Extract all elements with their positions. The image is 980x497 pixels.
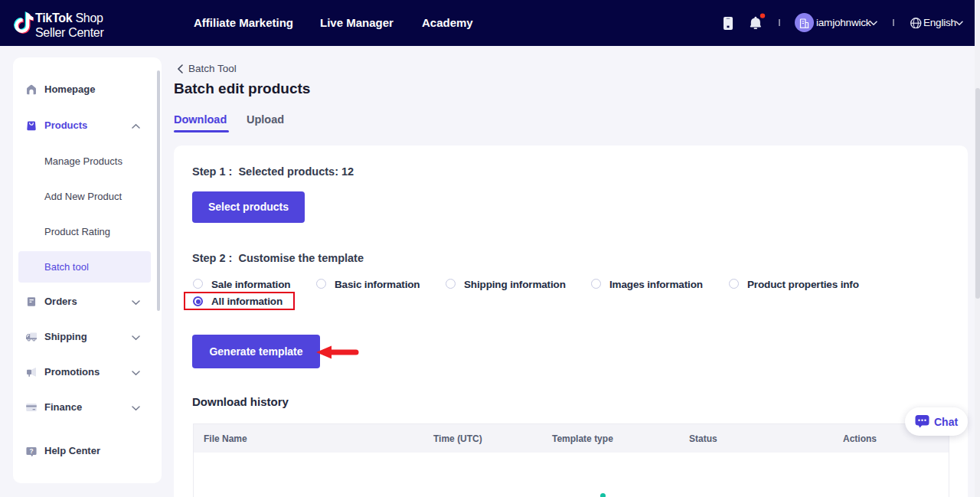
svg-text:?: ? bbox=[29, 447, 33, 455]
